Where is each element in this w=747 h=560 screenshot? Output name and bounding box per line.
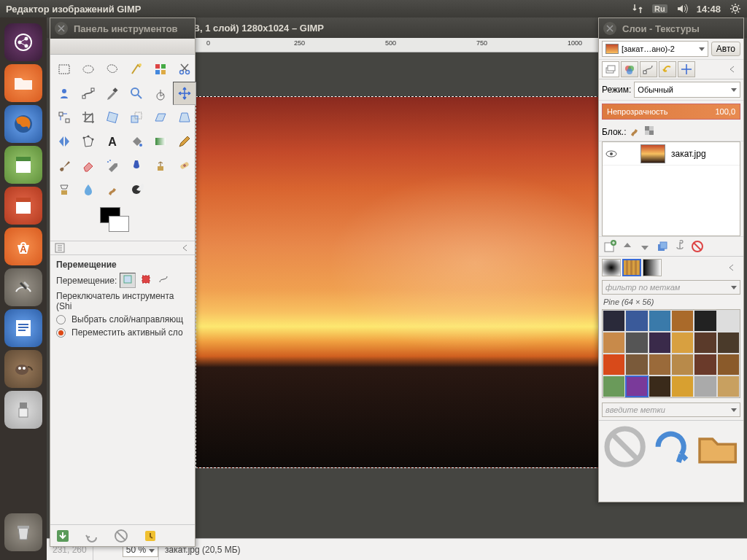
- trash-launcher[interactable]: [4, 513, 42, 551]
- pencil-tool[interactable]: [173, 130, 196, 153]
- ink-tool[interactable]: [125, 154, 148, 177]
- mode-select[interactable]: Обычный: [634, 82, 740, 98]
- foreground-select-tool[interactable]: [53, 82, 76, 105]
- open-folder-icon[interactable]: [694, 424, 740, 470]
- layers-tab[interactable]: [602, 61, 619, 77]
- smudge-tool[interactable]: [101, 178, 124, 201]
- move-tool[interactable]: [173, 82, 196, 105]
- options-icon[interactable]: [55, 243, 65, 253]
- pattern-swatch[interactable]: [717, 354, 740, 376]
- move-tab-icon[interactable]: [678, 61, 695, 77]
- paths-tool[interactable]: [77, 82, 100, 105]
- gimp-launcher[interactable]: [4, 350, 42, 388]
- refresh-icon[interactable]: [648, 424, 694, 470]
- pattern-swatch[interactable]: [603, 332, 625, 354]
- pattern-swatch[interactable]: [694, 354, 716, 376]
- usb-launcher[interactable]: [4, 391, 42, 429]
- prohibit-icon[interactable]: [602, 424, 648, 470]
- undo-tab[interactable]: [659, 61, 676, 77]
- ellipse-select-tool[interactable]: [77, 58, 100, 81]
- lower-layer-icon[interactable]: [638, 240, 651, 253]
- settings-launcher[interactable]: [4, 268, 42, 306]
- paths-tab[interactable]: [640, 61, 657, 77]
- raise-layer-icon[interactable]: [621, 240, 634, 253]
- network-icon[interactable]: [632, 3, 643, 15]
- clock[interactable]: 14:48: [697, 4, 721, 15]
- pattern-swatch[interactable]: [694, 376, 716, 397]
- scale-tool[interactable]: [125, 106, 148, 129]
- pattern-swatch[interactable]: [694, 332, 716, 354]
- gradients-tab[interactable]: [643, 259, 662, 276]
- color-swatches[interactable]: [50, 204, 195, 241]
- background-swatch[interactable]: [109, 216, 129, 232]
- delete-layer-icon[interactable]: [691, 240, 704, 253]
- new-layer-icon[interactable]: [603, 240, 616, 253]
- pattern-swatch[interactable]: [649, 354, 671, 376]
- eye-icon[interactable]: [605, 148, 617, 160]
- arrow-left-icon[interactable]: [180, 243, 190, 253]
- opacity-slider[interactable]: Непрозрачность 100,0: [602, 104, 740, 120]
- layer-row[interactable]: закат.jpg: [603, 142, 740, 166]
- menu-arrow-icon[interactable]: [727, 64, 738, 74]
- sound-icon[interactable]: [676, 3, 688, 15]
- pattern-swatch[interactable]: [671, 354, 694, 376]
- pattern-swatch[interactable]: [649, 376, 671, 397]
- lock-alpha-icon[interactable]: [643, 125, 655, 139]
- patterns-tab[interactable]: [622, 259, 641, 276]
- lock-pixels-icon[interactable]: [629, 125, 640, 139]
- crop-tool[interactable]: [77, 106, 100, 129]
- pattern-swatch[interactable]: [717, 332, 740, 354]
- canvas-image[interactable]: [196, 96, 598, 468]
- gear-icon[interactable]: [729, 3, 741, 15]
- clone-tool[interactable]: [149, 154, 172, 177]
- perspective-tool[interactable]: [173, 106, 196, 129]
- measure-tool[interactable]: [149, 82, 172, 105]
- image-selector[interactable]: [закат…ано)-2: [602, 41, 708, 57]
- dash-button[interactable]: [4, 23, 42, 61]
- blur-tool[interactable]: [77, 178, 100, 201]
- pattern-swatch[interactable]: [625, 354, 648, 376]
- pattern-swatch[interactable]: [717, 376, 740, 397]
- reset-options-icon[interactable]: [142, 528, 158, 544]
- move-path-icon[interactable]: [156, 273, 171, 287]
- pattern-swatch[interactable]: [671, 310, 694, 332]
- zoom-tool[interactable]: [125, 82, 148, 105]
- text-tool[interactable]: A: [101, 130, 124, 153]
- canvas[interactable]: [196, 52, 598, 538]
- dodge-tool[interactable]: [125, 178, 148, 201]
- anchor-layer-icon[interactable]: [673, 240, 686, 253]
- writer-launcher[interactable]: [4, 309, 42, 347]
- radio-move-active[interactable]: Переместить активный сло: [50, 326, 195, 339]
- move-selection-icon[interactable]: [139, 273, 153, 287]
- pattern-swatch[interactable]: [694, 310, 716, 332]
- firefox-launcher[interactable]: [4, 105, 42, 143]
- eraser-tool[interactable]: [77, 154, 100, 177]
- rect-select-tool[interactable]: [53, 58, 76, 81]
- close-icon[interactable]: [603, 22, 616, 35]
- radio-pick-layer[interactable]: Выбрать слой/направляющ: [50, 313, 195, 326]
- pattern-swatch[interactable]: [603, 376, 625, 397]
- pattern-filter[interactable]: фильтр по меткам: [602, 280, 740, 295]
- pattern-swatch[interactable]: [625, 332, 648, 354]
- scissors-tool[interactable]: [173, 58, 196, 81]
- color-select-tool[interactable]: [149, 58, 172, 81]
- pattern-swatch[interactable]: [671, 376, 694, 397]
- paintbrush-tool[interactable]: [53, 154, 76, 177]
- auto-button[interactable]: Авто: [711, 42, 740, 56]
- free-select-tool[interactable]: [101, 58, 124, 81]
- pattern-swatch[interactable]: [625, 310, 648, 332]
- blend-tool[interactable]: [149, 130, 172, 153]
- restore-options-icon[interactable]: [84, 528, 100, 544]
- close-icon[interactable]: [55, 22, 68, 35]
- pattern-swatch[interactable]: [603, 310, 625, 332]
- align-tool[interactable]: [53, 106, 76, 129]
- perspective-clone-tool[interactable]: [53, 178, 76, 201]
- flip-tool[interactable]: [53, 130, 76, 153]
- layer-name[interactable]: закат.jpg: [671, 149, 706, 159]
- cage-tool[interactable]: [77, 130, 100, 153]
- keyboard-indicator[interactable]: Ru: [652, 4, 667, 13]
- rotate-tool[interactable]: [101, 106, 124, 129]
- pattern-swatch[interactable]: [649, 310, 671, 332]
- pattern-swatch[interactable]: [717, 310, 740, 332]
- save-options-icon[interactable]: [55, 528, 71, 544]
